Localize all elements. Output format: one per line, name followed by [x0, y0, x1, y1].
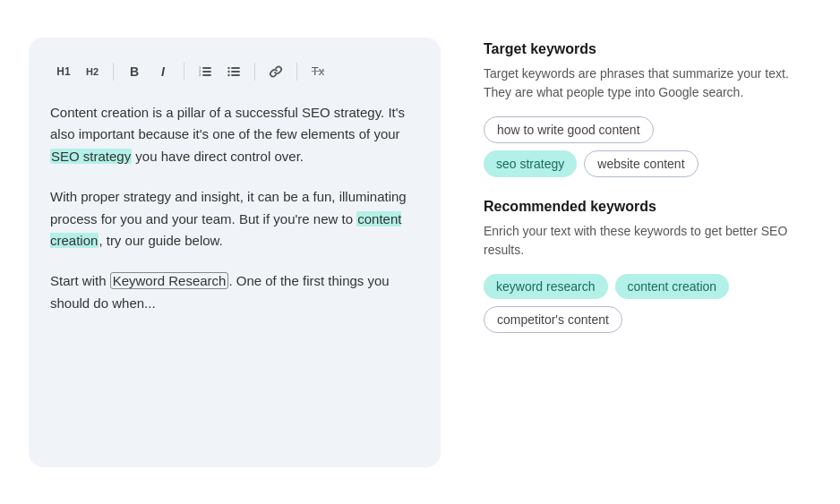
- ordered-list-button[interactable]: 1 2 3: [192, 59, 219, 84]
- recommended-keywords-section: Recommended keywords Enrich your text wi…: [484, 199, 811, 333]
- target-keywords-title: Target keywords: [484, 41, 811, 57]
- list-group: 1 2 3: [192, 59, 247, 84]
- h2-button[interactable]: H2: [79, 59, 106, 84]
- target-keywords-row-2: seo strategy website content: [484, 150, 811, 177]
- tag-how-to-write[interactable]: how to write good content: [484, 116, 654, 143]
- p1-text-1: Content creation is a pillar of a succes…: [50, 105, 405, 142]
- p1-text-2: you have direct control over.: [132, 149, 304, 164]
- separator-3: [254, 63, 255, 81]
- ordered-list-icon: 1 2 3: [198, 64, 212, 79]
- clear-format-button[interactable]: Tx: [304, 59, 331, 84]
- svg-point-8: [227, 73, 229, 75]
- separator-2: [184, 63, 184, 81]
- toolbar: H1 H2 B I 1 2 3: [50, 59, 419, 84]
- tag-keyword-research[interactable]: keyword research: [484, 274, 608, 299]
- paragraph-2: With proper strategy and insight, it can…: [50, 186, 419, 252]
- format-group: B I: [121, 59, 176, 84]
- tag-competitors-content[interactable]: competitor's content: [484, 306, 622, 333]
- paragraph-3: Start with Keyword Research. One of the …: [50, 270, 419, 315]
- editor-panel: H1 H2 B I 1 2 3: [29, 38, 441, 467]
- separator-1: [113, 63, 114, 81]
- svg-text:3: 3: [199, 73, 201, 77]
- target-keywords-section: Target keywords Target keywords are phra…: [484, 41, 811, 177]
- recommended-keywords-row-1: keyword research content creation: [484, 274, 811, 299]
- italic-button[interactable]: I: [150, 59, 176, 84]
- recommended-keywords-row-2: competitor's content: [484, 306, 811, 333]
- link-button[interactable]: [262, 59, 289, 84]
- tag-content-creation[interactable]: content creation: [615, 274, 730, 299]
- p2-text-2: , try our guide below.: [99, 233, 222, 248]
- target-keywords-row-1: how to write good content: [484, 116, 811, 143]
- main-container: H1 H2 B I 1 2 3: [0, 9, 840, 496]
- tag-website-content[interactable]: website content: [584, 150, 698, 177]
- p1-highlight-seo: SEO strategy: [50, 149, 132, 164]
- editor-content[interactable]: Content creation is a pillar of a succes…: [50, 102, 419, 315]
- svg-point-6: [227, 66, 229, 68]
- recommended-keywords-desc: Enrich your text with these keywords to …: [484, 222, 811, 260]
- tag-seo-strategy[interactable]: seo strategy: [484, 150, 577, 177]
- target-keywords-desc: Target keywords are phrases that summari…: [484, 64, 811, 102]
- keywords-panel: Target keywords Target keywords are phra…: [484, 38, 811, 347]
- svg-point-7: [227, 70, 229, 72]
- h1-button[interactable]: H1: [50, 59, 77, 84]
- unordered-list-icon: [227, 64, 241, 79]
- recommended-keywords-title: Recommended keywords: [484, 199, 811, 215]
- paragraph-1: Content creation is a pillar of a succes…: [50, 102, 419, 168]
- link-icon: [269, 64, 283, 79]
- heading-group: H1 H2: [50, 59, 106, 84]
- separator-4: [296, 63, 297, 81]
- unordered-list-button[interactable]: [220, 59, 247, 84]
- p2-text-1: With proper strategy and insight, it can…: [50, 189, 407, 226]
- p3-highlight-keyword: Keyword Research: [110, 272, 229, 289]
- p3-text-1: Start with: [50, 273, 110, 288]
- bold-button[interactable]: B: [121, 59, 148, 84]
